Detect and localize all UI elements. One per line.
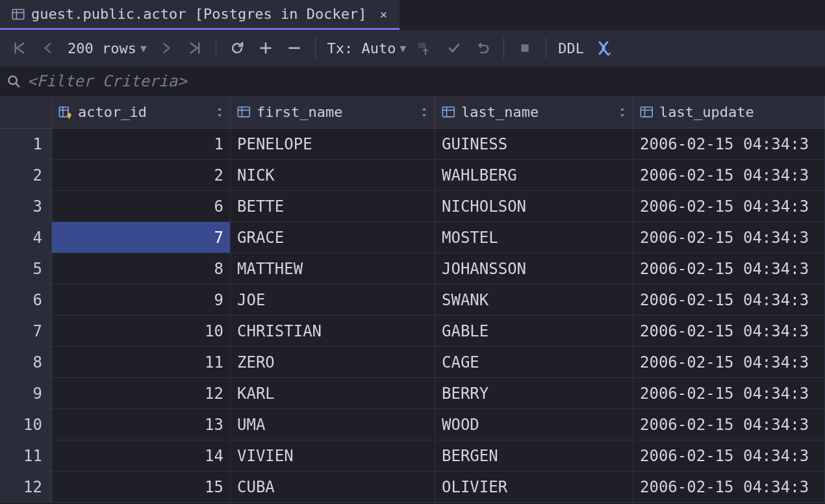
cell-actor_id[interactable]: 2	[52, 160, 231, 191]
row-number[interactable]: 8	[0, 347, 52, 378]
add-row-button[interactable]	[253, 35, 279, 61]
row-number[interactable]: 1	[0, 129, 52, 160]
sort-icon[interactable]	[216, 107, 223, 118]
sort-icon[interactable]	[618, 107, 626, 118]
cell-last_name[interactable]: GUINESS	[435, 129, 633, 160]
column-label: last_name	[461, 104, 539, 120]
cell-first_name[interactable]: GRACE	[231, 222, 435, 253]
row-number[interactable]: 2	[0, 160, 52, 191]
commit-button[interactable]	[441, 35, 467, 61]
row-number[interactable]: 7	[0, 316, 52, 347]
compare-button[interactable]	[590, 35, 616, 61]
cell-last_name[interactable]: WOOD	[435, 409, 633, 440]
cell-actor_id[interactable]: 13	[52, 409, 231, 440]
table-icon	[12, 8, 25, 21]
rollback-button[interactable]	[470, 35, 496, 61]
cell-first_name[interactable]: KARL	[231, 378, 435, 409]
column-icon	[640, 105, 654, 120]
cell-actor_id[interactable]: 14	[52, 440, 231, 472]
ddl-button[interactable]: DDL	[554, 40, 588, 57]
cell-first_name[interactable]: NICK	[231, 160, 435, 191]
row-number[interactable]: 6	[0, 284, 52, 316]
column-icon	[442, 105, 456, 120]
cell-first_name[interactable]: UMA	[231, 409, 435, 440]
cell-last_update[interactable]: 2006-02-15 04:34:3	[633, 440, 825, 472]
prev-page-button[interactable]	[35, 35, 61, 61]
cell-actor_id[interactable]: 7	[52, 222, 231, 253]
cell-last_name[interactable]: BERGEN	[435, 440, 633, 472]
cell-actor_id[interactable]: 1	[52, 129, 231, 160]
cell-actor_id[interactable]: 15	[52, 472, 231, 503]
row-number[interactable]: 4	[0, 222, 52, 253]
row-number[interactable]: 12	[0, 472, 52, 503]
close-icon[interactable]: ×	[380, 6, 388, 22]
svg-point-5	[8, 76, 16, 84]
row-number[interactable]: 11	[0, 440, 52, 472]
cell-actor_id[interactable]: 9	[52, 284, 231, 316]
column-header-actor_id[interactable]: actor_id	[52, 96, 231, 129]
row-number[interactable]: 3	[0, 191, 52, 222]
column-header-last_name[interactable]: last_name	[435, 96, 633, 129]
cell-last_update[interactable]: 2006-02-15 04:34:3	[633, 347, 825, 378]
search-icon[interactable]	[6, 74, 21, 88]
cell-first_name[interactable]: ZERO	[231, 347, 435, 378]
column-label: actor_id	[78, 104, 147, 120]
cell-actor_id[interactable]: 11	[52, 347, 231, 378]
data-grid: actor_idfirst_namelast_namelast_update11…	[0, 96, 825, 503]
cell-last_name[interactable]: JOHANSSON	[435, 253, 633, 284]
cell-actor_id[interactable]: 12	[52, 378, 231, 409]
ddl-label: DDL	[558, 40, 584, 57]
cell-first_name[interactable]: MATTHEW	[231, 253, 435, 284]
column-header-first_name[interactable]: first_name	[231, 96, 435, 129]
sort-icon[interactable]	[420, 107, 428, 118]
tx-label: Tx: Auto	[327, 40, 396, 57]
svg-rect-6	[59, 107, 68, 116]
cell-last_update[interactable]: 2006-02-15 04:34:3	[633, 409, 825, 440]
cell-last_update[interactable]: 2006-02-15 04:34:3	[633, 191, 825, 222]
last-page-button[interactable]	[182, 35, 208, 61]
next-page-button[interactable]	[153, 35, 179, 61]
first-page-button[interactable]	[6, 35, 32, 61]
remove-row-button[interactable]	[281, 35, 307, 61]
row-number[interactable]: 10	[0, 409, 52, 440]
column-header-last_update[interactable]: last_update	[633, 96, 825, 129]
cell-actor_id[interactable]: 6	[52, 191, 231, 222]
rows-dropdown[interactable]: 200 rows ▼	[64, 40, 151, 57]
tab-bar: guest.public.actor [Postgres in Docker] …	[0, 0, 825, 30]
row-number[interactable]: 5	[0, 253, 52, 284]
cell-last_name[interactable]: NICHOLSON	[435, 191, 633, 222]
tx-dropdown[interactable]: Tx: Auto ▼	[324, 40, 411, 57]
cell-actor_id[interactable]: 8	[52, 253, 231, 284]
cell-first_name[interactable]: BETTE	[231, 191, 435, 222]
cell-first_name[interactable]: CHRISTIAN	[231, 316, 435, 347]
cell-last_update[interactable]: 2006-02-15 04:34:3	[633, 129, 825, 160]
cell-last_update[interactable]: 2006-02-15 04:34:3	[633, 222, 825, 253]
cell-first_name[interactable]: VIVIEN	[231, 440, 435, 472]
cell-last_name[interactable]: WAHLBERG	[435, 160, 633, 191]
chevron-down-icon: ▼	[400, 42, 407, 55]
stop-button[interactable]	[512, 35, 538, 61]
filter-input[interactable]	[27, 72, 819, 90]
cell-last_update[interactable]: 2006-02-15 04:34:3	[633, 472, 825, 503]
cell-first_name[interactable]: JOE	[231, 284, 435, 316]
cell-last_name[interactable]: GABLE	[435, 316, 633, 347]
cell-first_name[interactable]: CUBA	[231, 472, 435, 503]
cell-last_name[interactable]: OLIVIER	[435, 472, 633, 503]
row-number-header[interactable]	[0, 96, 52, 129]
cell-last_update[interactable]: 2006-02-15 04:34:3	[633, 160, 825, 191]
row-number[interactable]: 9	[0, 378, 52, 409]
svg-rect-17	[641, 107, 652, 116]
cell-first_name[interactable]: PENELOPE	[231, 129, 435, 160]
db-upload-button[interactable]: DB	[412, 35, 438, 61]
cell-last_update[interactable]: 2006-02-15 04:34:3	[633, 253, 825, 284]
cell-last_name[interactable]: CAGE	[435, 347, 633, 378]
refresh-button[interactable]	[224, 35, 250, 61]
cell-last_update[interactable]: 2006-02-15 04:34:3	[633, 316, 825, 347]
cell-last_name[interactable]: BERRY	[435, 378, 633, 409]
tab-actor[interactable]: guest.public.actor [Postgres in Docker] …	[0, 0, 400, 30]
cell-last_name[interactable]: MOSTEL	[435, 222, 633, 253]
cell-actor_id[interactable]: 10	[52, 316, 231, 347]
cell-last_update[interactable]: 2006-02-15 04:34:3	[633, 284, 825, 316]
cell-last_update[interactable]: 2006-02-15 04:34:3	[633, 378, 825, 409]
cell-last_name[interactable]: SWANK	[435, 284, 633, 316]
